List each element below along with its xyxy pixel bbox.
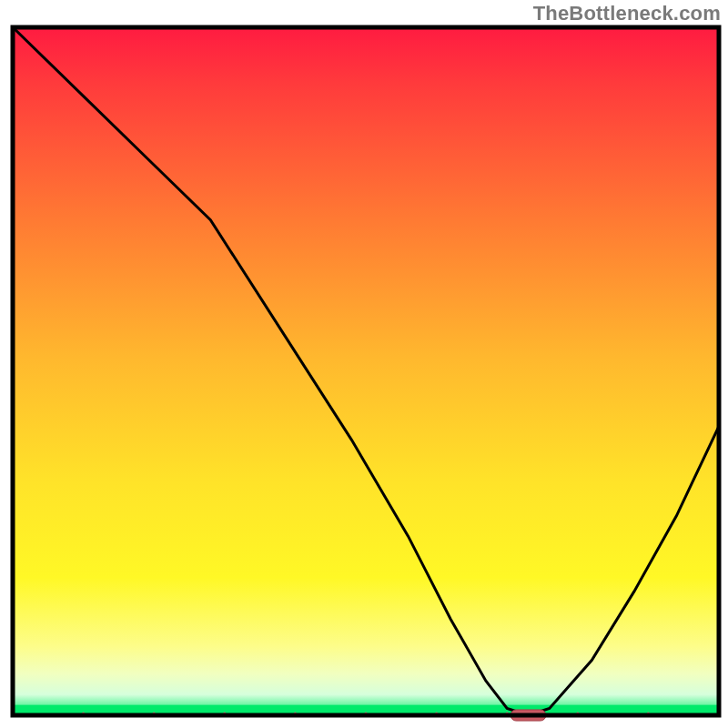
chart-container: { "watermark": "TheBottleneck.com", "col… xyxy=(0,0,728,728)
watermark-text: TheBottleneck.com xyxy=(533,2,721,25)
bottleneck-chart xyxy=(0,0,728,728)
